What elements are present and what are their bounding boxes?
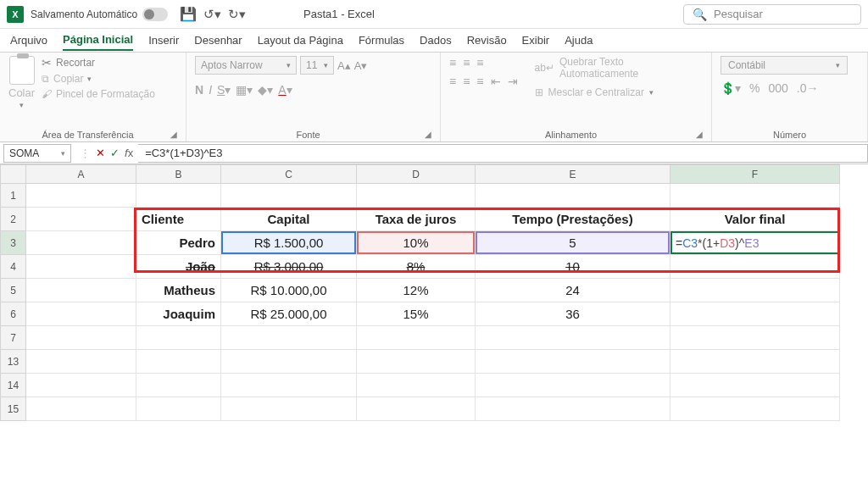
col-header[interactable]: E	[476, 165, 670, 184]
borders-button[interactable]: ▦▾	[236, 83, 253, 97]
cut-button[interactable]: ✂ Recortar	[42, 56, 155, 69]
align-center-icon[interactable]: ≡	[463, 75, 470, 88]
row[interactable]: 5 Matheus R$ 10.000,00 12% 24	[1, 279, 840, 302]
align-right-icon[interactable]: ≡	[476, 75, 483, 88]
toggle-off-icon[interactable]	[142, 8, 168, 21]
undo-icon[interactable]: ↺▾	[203, 7, 221, 22]
redo-icon[interactable]: ↻▾	[228, 7, 246, 22]
row[interactable]: 6 Joaquim R$ 25.000,00 15% 36	[1, 302, 840, 326]
fill-color-button[interactable]: ◆▾	[258, 83, 273, 97]
formula-bar[interactable]: =C3*(1+D3)^E3	[138, 144, 868, 163]
row[interactable]: 2 Cliente Capital Taxa de juros Tempo (P…	[1, 208, 840, 231]
accounting-format-icon[interactable]: 💲▾	[721, 81, 741, 95]
row-header[interactable]: 6	[1, 302, 26, 326]
cell[interactable]: Taxa de juros	[357, 208, 476, 231]
tab-draw[interactable]: Desenhar	[194, 30, 242, 50]
paste-button[interactable]: Colar ▾	[8, 56, 35, 109]
col-header[interactable]: D	[357, 165, 476, 184]
dialog-launcher-icon[interactable]: ◢	[696, 130, 703, 139]
cell[interactable]: 36	[476, 302, 670, 326]
tab-review[interactable]: Revisão	[467, 30, 507, 50]
font-color-button[interactable]: A▾	[278, 83, 292, 97]
increase-font-icon[interactable]: A▴	[337, 59, 351, 72]
percent-format-icon[interactable]: %	[749, 81, 760, 95]
cell[interactable]: 12%	[357, 279, 476, 302]
name-box[interactable]: SOMA ▾	[3, 144, 71, 163]
row-header[interactable]: 7	[1, 326, 26, 350]
cell[interactable]: Matheus	[136, 279, 221, 302]
col-header[interactable]: C	[221, 165, 357, 184]
merge-center-button[interactable]: ⊞ Mesclar e Centralizar ▾	[535, 86, 703, 98]
align-bottom-icon[interactable]: ≡	[476, 56, 483, 69]
search-box[interactable]: 🔍 Pesquisar	[683, 4, 861, 25]
row-header[interactable]: 5	[1, 279, 26, 302]
col-header[interactable]: A	[26, 165, 136, 184]
increase-decimal-icon[interactable]: .0→	[797, 81, 819, 95]
tab-view[interactable]: Exibir	[522, 30, 550, 50]
tab-file[interactable]: Arquivo	[10, 30, 47, 50]
tab-layout[interactable]: Layout da Página	[258, 30, 343, 50]
comma-format-icon[interactable]: 000	[768, 81, 787, 95]
tab-home[interactable]: Página Inicial	[63, 30, 133, 51]
cell[interactable]: Cliente	[136, 208, 221, 231]
row[interactable]: 1	[1, 184, 840, 208]
row-header[interactable]: 13	[1, 350, 26, 374]
align-left-icon[interactable]: ≡	[449, 75, 456, 88]
row[interactable]: 7	[1, 326, 840, 350]
number-format-select[interactable]: Contábil ▾	[721, 56, 848, 75]
cell[interactable]: R$ 25.000,00	[221, 302, 357, 326]
tab-formulas[interactable]: Fórmulas	[359, 30, 404, 50]
underline-button[interactable]: S▾	[217, 83, 231, 97]
row-header[interactable]: 3	[1, 231, 26, 255]
cell[interactable]: 10	[476, 255, 670, 279]
row[interactable]: 3 Pedro R$ 1.500,00 10% 5 =C3*(1+D3)^E3	[1, 231, 840, 255]
cell[interactable]: 10%	[357, 231, 476, 255]
col-header[interactable]: B	[136, 165, 221, 184]
save-icon[interactable]: 💾	[180, 6, 197, 22]
decrease-font-icon[interactable]: A▾	[354, 59, 368, 72]
italic-button[interactable]: I	[209, 83, 212, 97]
autosave-toggle[interactable]: Salvamento Automático	[31, 8, 168, 21]
cell[interactable]: R$ 10.000,00	[221, 279, 357, 302]
row-header[interactable]: 4	[1, 255, 26, 279]
font-name-select[interactable]: Aptos Narrow ▾	[195, 56, 297, 75]
increase-indent-icon[interactable]: ⇥	[508, 75, 518, 88]
cell[interactable]: 8%	[357, 255, 476, 279]
row[interactable]: 4 João R$ 3.000,00 8% 10	[1, 255, 840, 279]
tab-data[interactable]: Dados	[420, 30, 452, 50]
col-header[interactable]: F	[670, 165, 840, 184]
row[interactable]: 15	[1, 397, 840, 421]
row[interactable]: 13	[1, 350, 840, 374]
cell[interactable]: João	[136, 255, 221, 279]
spreadsheet[interactable]: A B C D E F 1 2 Cliente Capital Taxa de …	[0, 164, 840, 421]
accept-formula-icon[interactable]: ✓	[110, 147, 120, 159]
row-header[interactable]: 1	[1, 184, 26, 208]
font-size-select[interactable]: 11 ▾	[300, 56, 334, 75]
cell[interactable]: Joaquim	[136, 302, 221, 326]
bold-button[interactable]: N	[195, 83, 203, 97]
format-painter-button[interactable]: 🖌 Pincel de Formatação	[42, 88, 155, 100]
row[interactable]: 14	[1, 374, 840, 397]
cell[interactable]: R$ 3.000,00	[221, 255, 357, 279]
cancel-formula-icon[interactable]: ✕	[96, 147, 105, 159]
cell[interactable]: R$ 1.500,00	[221, 231, 357, 255]
cell[interactable]: Valor final	[670, 208, 840, 231]
active-cell[interactable]: =C3*(1+D3)^E3	[670, 231, 840, 255]
cell[interactable]: Pedro	[136, 231, 221, 255]
align-top-icon[interactable]: ≡	[449, 56, 456, 69]
row-header[interactable]: 14	[1, 374, 26, 397]
cell[interactable]: Tempo (Prestações)	[476, 208, 670, 231]
select-all-corner[interactable]	[1, 165, 26, 184]
cell[interactable]: Capital	[221, 208, 357, 231]
fx-icon[interactable]: fx	[125, 147, 133, 159]
dialog-launcher-icon[interactable]: ◢	[425, 130, 431, 139]
row-header[interactable]: 15	[1, 397, 26, 421]
wrap-text-button[interactable]: ab↵ Quebrar Texto Automaticamente	[535, 56, 703, 80]
cell[interactable]: 5	[476, 231, 670, 255]
column-headers[interactable]: A B C D E F	[1, 165, 840, 184]
tab-help[interactable]: Ajuda	[565, 30, 593, 50]
align-middle-icon[interactable]: ≡	[463, 56, 470, 69]
cell[interactable]: 24	[476, 279, 670, 302]
row-header[interactable]: 2	[1, 208, 26, 231]
cell[interactable]: 15%	[357, 302, 476, 326]
